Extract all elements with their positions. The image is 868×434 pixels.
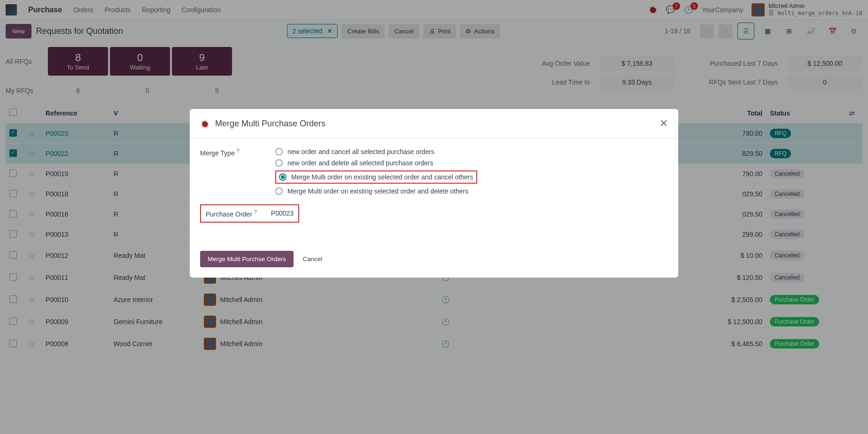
radio-icon	[275, 148, 283, 155]
purchase-order-value[interactable]: P00023	[271, 209, 294, 217]
modal-title: Merge Multi Purchase Orders	[215, 119, 326, 129]
help-icon[interactable]: ?	[254, 209, 257, 215]
merge-type-radios: new order and cancel all selected purcha…	[275, 148, 477, 195]
radio-option-1[interactable]: new order and delete all selected purcha…	[275, 159, 477, 167]
modal-overlay: 🐞 Merge Multi Purchase Orders ✕ Merge Ty…	[0, 0, 868, 434]
radio-icon	[275, 159, 283, 167]
merge-modal: 🐞 Merge Multi Purchase Orders ✕ Merge Ty…	[190, 109, 678, 278]
radio-option-3[interactable]: Merge Multi order on existing selected o…	[275, 187, 477, 195]
radio-icon	[275, 187, 283, 195]
help-icon[interactable]: ?	[237, 148, 240, 154]
merge-type-label: Merge Type ?	[200, 148, 256, 195]
purchase-order-label: Purchase Order ?	[206, 209, 257, 218]
merge-button[interactable]: Merge Multi Purchse Orders	[200, 251, 294, 267]
bug-icon: 🐞	[200, 119, 209, 128]
close-icon[interactable]: ✕	[659, 117, 668, 130]
radio-option-0[interactable]: new order and cancel all selected purcha…	[275, 148, 477, 155]
radio-icon	[279, 173, 287, 181]
radio-option-2[interactable]: Merge Multi order on existing selected o…	[275, 170, 477, 184]
modal-cancel-button[interactable]: Cancel	[303, 256, 323, 263]
